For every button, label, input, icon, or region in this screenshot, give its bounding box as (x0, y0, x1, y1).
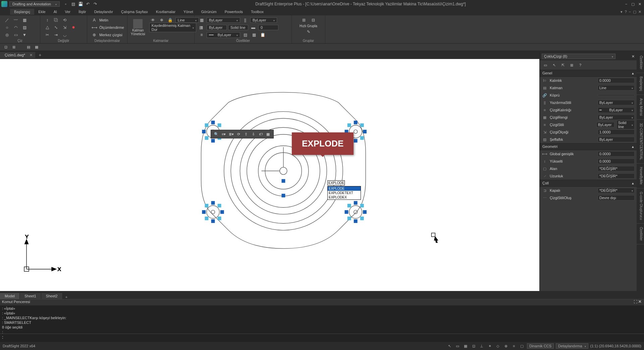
status-dyn-icon[interactable]: ▢ (519, 343, 525, 349)
drawing-canvas[interactable]: Y X (0, 59, 539, 291)
fillet-icon[interactable]: ◡ (61, 32, 68, 38)
ctx-zoom-icon[interactable]: 🔍 (213, 131, 220, 137)
tab-gorunum[interactable]: Görünüm (197, 9, 221, 15)
props-icon[interactable]: ▦ (250, 32, 258, 38)
copy-icon[interactable]: ⿻ (52, 17, 60, 23)
cmd-suggest-item[interactable]: EXPLODEX (328, 195, 361, 199)
move-icon[interactable]: ↕ (44, 17, 51, 23)
dynamic-input[interactable]: EXPLODE (327, 180, 345, 185)
close2-icon[interactable]: ✕ (638, 10, 641, 14)
vtab-start[interactable]: Başlangıç (637, 73, 644, 95)
down-arrow-icon[interactable]: ▼ (21, 32, 28, 38)
tool-b-icon[interactable]: ⊞ (11, 45, 17, 50)
ctx-up-icon[interactable]: ⇧ (243, 131, 249, 137)
list-icon[interactable]: ▤ (241, 32, 249, 38)
vtab-homebyme[interactable]: HomeByMe (637, 164, 644, 188)
prop-linestyle-value[interactable]: ByLayer (596, 122, 614, 127)
tool-c-icon[interactable]: ▤ (25, 45, 32, 50)
selection-filter-dropdown[interactable]: ÇokluÇizgi (8) (542, 54, 615, 59)
color-icon[interactable]: ▦ (198, 17, 205, 23)
linetype2-dropdown[interactable]: Solid line (228, 25, 248, 30)
tab-ver[interactable]: Ver (61, 9, 75, 15)
dim-icon[interactable]: ⟷ (91, 24, 98, 31)
transp-value[interactable]: 0 (258, 25, 278, 30)
pattern-icon[interactable]: ▦ (21, 17, 28, 23)
linetype-icon[interactable]: ≡ (198, 24, 205, 31)
tab-baslangic[interactable]: Başlangıç (10, 9, 34, 15)
status-osnap-icon[interactable]: ◇ (495, 343, 501, 349)
status-select-icon[interactable]: ▭ (454, 343, 461, 349)
text-icon[interactable]: A (91, 17, 98, 23)
help-dropdown-icon[interactable]: ▾ (621, 10, 623, 14)
stretch-icon[interactable]: ⇲ (61, 24, 68, 31)
command-input[interactable]: : (0, 334, 644, 342)
section-general[interactable]: Genel▴ (540, 70, 637, 77)
max2-icon[interactable]: ▢ (633, 10, 636, 14)
prop-link-value[interactable] (598, 95, 635, 96)
prop-linescale-value[interactable]: 1.0000 (598, 129, 635, 135)
ctx-tag-icon[interactable]: 🏷 (257, 131, 264, 137)
ungroup-icon[interactable]: ⊟ (310, 17, 317, 23)
vtab-props[interactable]: Özellikler (637, 52, 644, 73)
status-polar-icon[interactable]: ✶ (487, 343, 493, 349)
rect-icon[interactable]: ▭ (12, 32, 19, 38)
props-close-icon[interactable]: ✕ (632, 54, 635, 59)
extend-icon[interactable]: ⇥ (52, 32, 60, 38)
doc-tab-close-icon[interactable]: ✕ (30, 53, 33, 57)
circle-icon[interactable]: ○ (3, 24, 11, 31)
props-tool4-icon[interactable]: ⊞ (568, 62, 575, 68)
tab-al[interactable]: Al (50, 9, 61, 15)
color-dropdown[interactable]: ByLayer (207, 17, 240, 23)
props-help-icon[interactable]: ? (577, 62, 584, 68)
sheet-model[interactable]: Model (0, 293, 20, 299)
prop-genstyle-value[interactable]: Devre dışı (598, 195, 635, 200)
cmd-suggest-item[interactable]: EXPLODE (328, 186, 361, 191)
prop-area-value[interactable]: *DEĞİŞİR* (598, 166, 635, 171)
status-otrack-icon[interactable]: ⊕ (503, 343, 509, 349)
prop-elev-value[interactable]: 0.0000 (598, 159, 635, 164)
status-annot-dropdown[interactable]: Detaylandırma (556, 343, 588, 349)
layer-state-dropdown[interactable]: Kaydedilmemiş Katman Dur (149, 23, 196, 32)
printstyle-icon[interactable]: || (241, 17, 249, 23)
printstyle-dropdown[interactable]: ByLayer (250, 17, 277, 23)
ctx-grid-icon[interactable]: ▦ (265, 131, 271, 137)
tool-d-icon[interactable]: ▦ (34, 45, 40, 50)
prop-length-value[interactable]: *DEĞİŞİR* (598, 173, 635, 179)
help-icon[interactable]: ? (625, 10, 627, 14)
ctx-down-icon[interactable]: ⇩ (250, 131, 257, 137)
tab-powertools[interactable]: Powertools (221, 9, 247, 15)
status-grid-icon[interactable]: ▦ (463, 343, 469, 349)
doc-tab[interactable]: Çizim1.dwg* ✕ (0, 52, 35, 58)
arc-icon[interactable]: ◠ (12, 24, 19, 31)
tab-calisma[interactable]: Çalışma Sayfası (117, 9, 152, 15)
new-icon[interactable]: ▫ (63, 1, 68, 7)
sheet-add[interactable]: + (63, 295, 70, 299)
prop-layer-value[interactable]: Line (598, 85, 635, 91)
trim-icon[interactable]: ✂ (44, 32, 51, 38)
tab-detaylandir[interactable]: Detaylandır (90, 9, 117, 15)
cmdwin-close-icon[interactable]: ✕ (638, 300, 642, 304)
linetype-dropdown[interactable]: ByLayer (207, 25, 227, 30)
tab-toolbox[interactable]: Toolbox (247, 9, 268, 15)
transp-icon[interactable]: ▬ (250, 24, 257, 31)
clip-icon[interactable]: 📋 (259, 32, 266, 38)
prop-printstyle-value[interactable]: ByLayer (598, 100, 635, 105)
section-geometry[interactable]: Geometri▴ (540, 143, 637, 150)
vtab-props2[interactable]: Özellikler (637, 224, 644, 244)
tab-yonet[interactable]: Yönet (179, 9, 197, 15)
scale-icon[interactable]: ⤡ (52, 24, 60, 31)
centerline-icon[interactable]: ⊕ (91, 32, 98, 38)
ctx-list-icon[interactable]: ≡▾ (220, 131, 227, 137)
tab-ekle[interactable]: Ekle (34, 9, 49, 15)
mirror-icon[interactable]: ⧋ (44, 24, 51, 31)
status-cursor-icon[interactable]: ↖ (446, 343, 452, 349)
section-cstl[interactable]: Çstl▴ (540, 180, 637, 187)
status-ortho-icon[interactable]: ⊥ (479, 343, 485, 349)
ellipse-icon[interactable]: ◎ (3, 32, 11, 38)
command-autocomplete[interactable]: EXPLODE EXPLODETEXT EXPLODEX (327, 186, 361, 200)
prop-thickness-value[interactable]: 0.0000 (598, 78, 635, 83)
layer-freeze-icon[interactable]: ❄ (158, 17, 165, 23)
group-edit-icon[interactable]: ✎ (305, 28, 312, 35)
vtab-3dcc[interactable]: 3D CONTENTCENTRAL (637, 120, 644, 164)
centerline-button[interactable]: Merkez çizgisi (99, 33, 122, 37)
